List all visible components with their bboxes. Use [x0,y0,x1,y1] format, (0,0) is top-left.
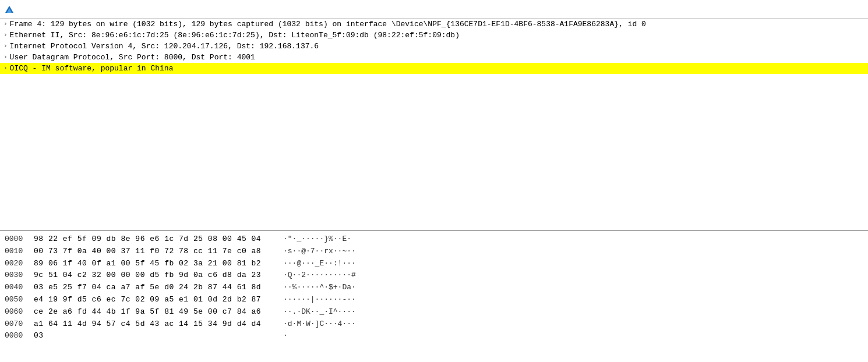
packet-detail-row[interactable]: ›User Datagram Protocol, Src Port: 8000,… [0,52,868,63]
expand-icon: › [3,65,8,72]
packet-detail-pane[interactable]: ›Frame 4: 129 bytes on wire (1032 bits),… [0,19,868,231]
row-text-ip: Internet Protocol Version 4, Src: 120.20… [10,42,319,51]
expand-icon: › [3,20,8,27]
hex-offset: 0020 [5,258,34,270]
hex-offset: 0000 [5,233,34,246]
packet-detail-row[interactable]: ›Internet Protocol Version 4, Src: 120.2… [0,41,868,52]
minimize-button[interactable] [833,3,847,15]
hex-dump-row: 0060ce 2e a6 fd 44 4b 1f 9a 5f 81 49 5e … [5,306,863,318]
hex-ascii: ······|······-·· [283,294,356,306]
title-bar-controls [833,3,863,15]
hex-ascii: ·Q··2··········# [283,269,356,282]
hex-bytes: 03 [34,330,278,342]
hex-offset: 0030 [5,269,34,282]
expand-icon: › [3,54,8,61]
hex-offset: 0010 [5,246,34,258]
hex-bytes: ce 2e a6 fd 44 4b 1f 9a 5f 81 49 5e 00 c… [34,306,278,318]
expand-icon: › [3,31,8,38]
hex-ascii: · [283,330,288,342]
expand-icon: › [3,42,8,49]
hex-bytes: a1 64 11 4d 94 57 c4 5d 43 ac 14 15 34 9… [34,318,278,331]
title-bar-left [5,5,17,14]
hex-dump-row: 000098 22 ef 5f 09 db 8e 96 e6 1c 7d 25 … [5,233,863,246]
hex-offset: 0080 [5,330,34,342]
hex-ascii: ··.·DK··_·I^···· [283,306,356,318]
row-text-oicq: OICQ - IM software, popular in China [10,64,174,73]
packet-detail-row[interactable]: ›Frame 4: 129 bytes on wire (1032 bits),… [0,19,868,30]
hex-offset: 0060 [5,306,34,318]
hex-ascii: ·"·_·····}%··E· [283,233,351,246]
hex-dump-row: 008003· [5,330,863,342]
row-text-udp: User Datagram Protocol, Src Port: 8000, … [10,53,255,62]
hex-ascii: ·s··@·7··rx··~·· [283,246,356,258]
hex-bytes: 98 22 ef 5f 09 db 8e 96 e6 1c 7d 25 08 0… [34,233,278,246]
hex-bytes: e4 19 9f d5 c6 ec 7c 02 09 a5 e1 01 0d 2… [34,294,278,306]
hex-bytes: 9c 51 04 c2 32 00 00 00 d5 fb 9d 0a c6 d… [34,269,278,282]
hex-dump-row: 0070a1 64 11 4d 94 57 c4 5d 43 ac 14 15 … [5,318,863,331]
wireshark-icon [5,5,14,14]
hex-ascii: ···@···_E··:!··· [283,258,356,270]
hex-offset: 0070 [5,318,34,331]
hex-dump-row: 001000 73 7f 0a 40 00 37 11 f0 72 78 cc … [5,246,863,258]
packet-detail-row[interactable]: ›Ethernet II, Src: 8e:96:e6:1c:7d:25 (8e… [0,30,868,41]
hex-dump-row: 004003 e5 25 f7 04 ca a7 af 5e d0 24 2b … [5,282,863,294]
row-text-ethernet: Ethernet II, Src: 8e:96:e6:1c:7d:25 (8e:… [10,31,460,40]
hex-dump-row: 00309c 51 04 c2 32 00 00 00 d5 fb 9d 0a … [5,269,863,282]
title-bar [0,0,868,19]
hex-dump-row: 0050e4 19 9f d5 c6 ec 7c 02 09 a5 e1 01 … [5,294,863,306]
main-content: ›Frame 4: 129 bytes on wire (1032 bits),… [0,19,868,362]
hex-offset: 0050 [5,294,34,306]
hex-dump-row: 002089 06 1f 40 0f a1 00 5f 45 fb 02 3a … [5,258,863,270]
restore-button[interactable] [849,3,863,15]
hex-bytes: 00 73 7f 0a 40 00 37 11 f0 72 78 cc 11 7… [34,246,278,258]
hex-ascii: ·d·M·W·]C···4··· [283,318,356,331]
hex-bytes: 89 06 1f 40 0f a1 00 5f 45 fb 02 3a 21 0… [34,258,278,270]
row-text-frame: Frame 4: 129 bytes on wire (1032 bits), … [10,20,646,29]
hex-ascii: ··%·····^·$+·Da· [283,282,356,294]
hex-bytes: 03 e5 25 f7 04 ca a7 af 5e d0 24 2b 87 4… [34,282,278,294]
packet-detail-row[interactable]: ›OICQ - IM software, popular in China [0,63,868,74]
hex-offset: 0040 [5,282,34,294]
hex-dump-pane[interactable]: 000098 22 ef 5f 09 db 8e 96 e6 1c 7d 25 … [0,231,868,362]
